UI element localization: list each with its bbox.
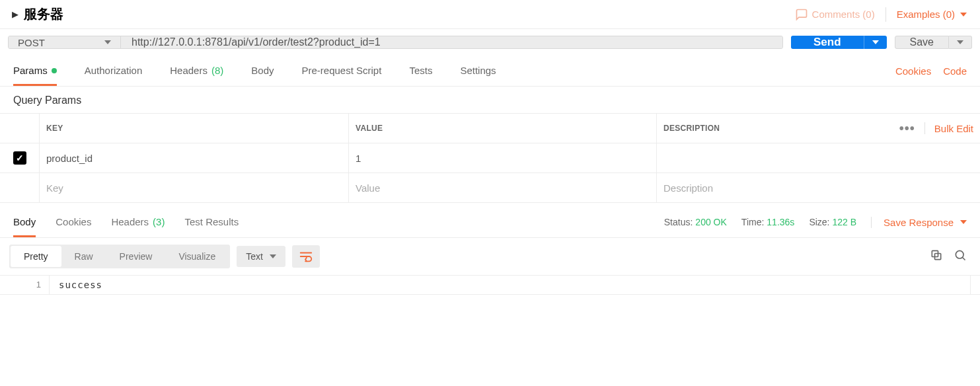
more-icon[interactable]: ••• — [899, 122, 915, 135]
header-left: ▶ 服务器 — [12, 5, 63, 23]
status-stat: Status:200 OK — [664, 217, 727, 227]
code-link[interactable]: Code — [943, 65, 967, 77]
tab-tests[interactable]: Tests — [409, 56, 432, 86]
head-key-label: KEY — [46, 124, 63, 133]
search-icon[interactable] — [954, 249, 967, 265]
request-tabs-row: Params Authorization Headers (8) Body Pr… — [0, 56, 980, 87]
param-desc-input[interactable] — [663, 153, 973, 164]
comment-icon — [795, 8, 808, 21]
svg-line-5 — [963, 257, 965, 260]
query-params-title: Query Params — [0, 87, 980, 113]
url-bar: POST Send Save — [0, 29, 980, 56]
table-row: ✓ — [0, 143, 980, 173]
save-dropdown[interactable] — [949, 36, 972, 49]
head-desc-label: DESCRIPTION — [663, 124, 720, 133]
method-select[interactable]: POST — [9, 36, 121, 48]
row-value — [349, 173, 657, 202]
view-tab-raw[interactable]: Raw — [61, 246, 106, 267]
tab-authorization[interactable]: Authorization — [85, 56, 143, 86]
caret-down-icon — [104, 40, 111, 44]
response-body-editor: 1 success — [0, 275, 980, 295]
params-table: KEY VALUE DESCRIPTION ••• Bulk Edit ✓ — [0, 113, 980, 203]
method-url-group: POST — [8, 36, 783, 49]
param-value-input[interactable] — [356, 153, 650, 164]
send-button-group: Send — [791, 36, 887, 49]
resp-tab-body[interactable]: Body — [13, 207, 36, 237]
caret-down-icon — [960, 220, 967, 224]
request-tabs-right: Cookies Code — [895, 65, 967, 77]
col-value-head: VALUE — [349, 114, 657, 143]
caret-down-icon — [872, 40, 879, 44]
body-toolbar-left: Pretty Raw Preview Visualize Text — [9, 245, 320, 268]
format-select[interactable]: Text — [237, 246, 285, 267]
size-stat: Size:122 B — [809, 217, 856, 227]
status-value: 200 OK — [695, 217, 726, 227]
divider — [924, 122, 925, 134]
view-tab-preview[interactable]: Preview — [106, 246, 166, 267]
save-response-label: Save Response — [884, 217, 954, 228]
size-label: Size: — [809, 217, 829, 227]
table-row-empty — [0, 173, 980, 203]
view-tab-pretty[interactable]: Pretty — [11, 246, 61, 267]
tab-settings[interactable]: Settings — [460, 56, 496, 86]
response-stats: Status:200 OK Time:11.36s Size:122 B Sav… — [664, 217, 967, 228]
row-key — [40, 143, 349, 173]
collapse-arrow-icon[interactable]: ▶ — [12, 9, 19, 19]
row-value — [349, 143, 657, 173]
row-check — [0, 173, 40, 202]
param-desc-input[interactable] — [663, 182, 973, 194]
col-check-head — [0, 114, 40, 143]
row-check: ✓ — [0, 143, 40, 173]
send-dropdown[interactable] — [864, 36, 887, 49]
tab-label: Headers — [111, 216, 149, 227]
method-label: POST — [18, 37, 45, 48]
col-key-head: KEY — [40, 114, 349, 143]
row-desc — [657, 173, 980, 202]
param-value-input[interactable] — [356, 182, 650, 194]
params-table-head: KEY VALUE DESCRIPTION ••• Bulk Edit — [0, 114, 980, 143]
time-label: Time: — [741, 217, 764, 227]
format-label: Text — [246, 251, 263, 262]
view-tab-visualize[interactable]: Visualize — [165, 246, 229, 267]
tab-body[interactable]: Body — [251, 56, 274, 86]
param-key-input[interactable] — [46, 182, 342, 194]
send-button[interactable]: Send — [791, 36, 864, 49]
tab-prerequest[interactable]: Pre-request Script — [302, 56, 382, 86]
save-button-group: Save — [895, 36, 972, 49]
checkbox[interactable]: ✓ — [13, 151, 26, 165]
resp-headers-count: (3) — [153, 216, 165, 227]
active-dot-icon — [52, 68, 57, 73]
response-body-content[interactable]: success — [50, 276, 971, 294]
tab-headers[interactable]: Headers (8) — [170, 56, 223, 86]
save-button[interactable]: Save — [895, 36, 949, 49]
resp-tab-test-results[interactable]: Test Results — [184, 207, 239, 237]
examples-label: Examples (0) — [897, 9, 955, 20]
line-number: 1 — [0, 280, 41, 290]
bulk-edit-link[interactable]: Bulk Edit — [934, 123, 973, 134]
time-value: 11.36s — [767, 217, 794, 227]
row-key — [40, 173, 349, 202]
request-name[interactable]: 服务器 — [24, 5, 63, 23]
wrap-lines-button[interactable] — [292, 245, 320, 268]
body-toolbar: Pretty Raw Preview Visualize Text — [0, 238, 980, 275]
view-mode-tabs: Pretty Raw Preview Visualize — [9, 245, 230, 268]
resp-tab-cookies[interactable]: Cookies — [56, 207, 91, 237]
comments-button[interactable]: Comments (0) — [795, 8, 875, 21]
examples-button[interactable]: Examples (0) — [897, 9, 967, 20]
param-key-input[interactable] — [46, 153, 342, 164]
size-value: 122 B — [833, 217, 857, 227]
response-tabs-row: Body Cookies Headers (3) Test Results St… — [0, 207, 980, 238]
body-toolbar-right — [930, 249, 967, 265]
request-tabs: Params Authorization Headers (8) Body Pr… — [13, 56, 496, 86]
col-desc-head: DESCRIPTION ••• Bulk Edit — [657, 114, 980, 143]
resp-tab-headers[interactable]: Headers (3) — [111, 207, 165, 237]
comments-label: Comments (0) — [812, 9, 875, 20]
header-right: Comments (0) Examples (0) — [795, 7, 967, 22]
headers-count: (8) — [211, 65, 223, 76]
time-stat: Time:11.36s — [741, 217, 795, 227]
url-input[interactable] — [121, 36, 782, 48]
copy-icon[interactable] — [930, 249, 943, 265]
save-response-button[interactable]: Save Response — [871, 217, 967, 228]
tab-params[interactable]: Params — [13, 56, 57, 86]
cookies-link[interactable]: Cookies — [895, 65, 931, 77]
